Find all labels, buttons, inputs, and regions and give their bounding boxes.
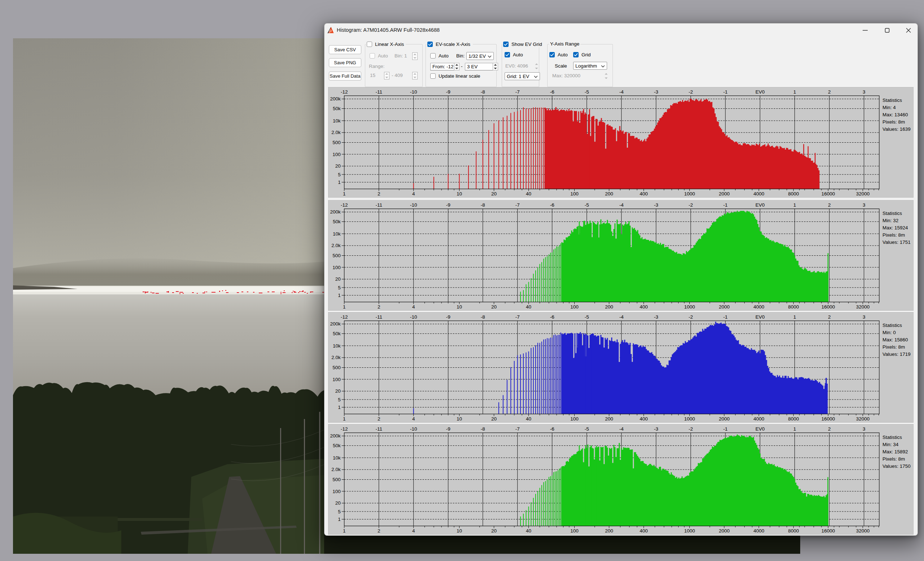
svg-text:-2: -2 (688, 426, 693, 432)
svg-text:Pixels: 8m: Pixels: 8m (882, 344, 905, 350)
svg-text:-7: -7 (515, 202, 520, 208)
svg-text:-5: -5 (585, 314, 589, 320)
svg-text:40: 40 (526, 528, 531, 534)
svg-text:Min: 34: Min: 34 (882, 442, 899, 447)
svg-text:Values: 1750: Values: 1750 (882, 463, 910, 469)
svg-text:2000: 2000 (718, 304, 729, 310)
svg-text:EV0: EV0 (756, 89, 765, 95)
svg-text:2: 2 (378, 304, 380, 310)
svg-text:Values: 1639: Values: 1639 (882, 126, 910, 132)
svg-text:16000: 16000 (822, 191, 835, 197)
svg-text:1: 1 (794, 202, 796, 208)
svg-text:Statistics: Statistics (882, 435, 902, 440)
svg-text:1: 1 (794, 89, 796, 95)
svg-text:2.0k: 2.0k (332, 243, 341, 248)
svg-text:-1: -1 (723, 426, 728, 432)
svg-text:8000: 8000 (788, 304, 799, 310)
svg-text:-10: -10 (410, 202, 417, 208)
svg-text:-7: -7 (515, 89, 520, 95)
svg-text:-2: -2 (688, 202, 693, 208)
svg-text:-11: -11 (375, 314, 382, 320)
svg-text:2.0k: 2.0k (332, 130, 341, 135)
svg-text:-11: -11 (375, 202, 382, 208)
svg-text:200k: 200k (330, 209, 341, 215)
svg-text:500: 500 (332, 253, 341, 258)
svg-text:-10: -10 (410, 314, 417, 320)
svg-text:1000: 1000 (684, 191, 695, 197)
svg-text:10: 10 (457, 528, 462, 534)
svg-text:5: 5 (338, 509, 341, 514)
svg-text:1: 1 (343, 416, 346, 421)
svg-text:40: 40 (526, 416, 531, 421)
svg-text:Statistics: Statistics (882, 323, 902, 328)
svg-text:50k: 50k (333, 331, 341, 336)
svg-text:3: 3 (862, 426, 866, 432)
svg-text:-8: -8 (481, 314, 485, 320)
svg-text:2.0k: 2.0k (332, 467, 341, 472)
svg-text:3: 3 (862, 202, 866, 208)
svg-text:200k: 200k (330, 321, 341, 326)
svg-text:-12: -12 (341, 426, 348, 432)
svg-text:200: 200 (605, 416, 613, 421)
svg-text:32000: 32000 (856, 528, 870, 534)
svg-text:100: 100 (332, 152, 341, 157)
svg-text:1: 1 (343, 528, 346, 534)
svg-text:100: 100 (570, 416, 579, 421)
svg-text:100: 100 (332, 377, 341, 382)
svg-text:-5: -5 (585, 89, 589, 95)
svg-text:1: 1 (794, 426, 796, 432)
svg-text:400: 400 (640, 416, 648, 421)
svg-text:10k: 10k (333, 118, 341, 123)
svg-text:1: 1 (343, 304, 346, 310)
svg-text:2: 2 (378, 191, 380, 197)
svg-text:5: 5 (338, 397, 341, 402)
svg-text:Pixels: 8m: Pixels: 8m (882, 232, 905, 238)
svg-text:-7: -7 (515, 314, 520, 320)
svg-text:10: 10 (457, 304, 462, 310)
svg-text:2: 2 (828, 314, 831, 320)
svg-text:-4: -4 (620, 314, 624, 320)
svg-text:10: 10 (457, 416, 462, 421)
svg-text:-3: -3 (654, 314, 658, 320)
svg-text:-9: -9 (446, 89, 450, 95)
svg-text:50k: 50k (333, 106, 341, 111)
svg-text:200: 200 (605, 191, 613, 197)
svg-text:16000: 16000 (822, 304, 835, 310)
svg-text:100: 100 (570, 191, 579, 197)
svg-text:-1: -1 (723, 89, 728, 95)
svg-text:-3: -3 (654, 202, 658, 208)
svg-text:2: 2 (828, 89, 831, 95)
svg-text:-6: -6 (550, 426, 554, 432)
svg-text:Min: 0: Min: 0 (882, 330, 896, 335)
svg-text:-2: -2 (688, 89, 693, 95)
svg-text:Max: 15892: Max: 15892 (882, 449, 908, 454)
svg-text:3: 3 (862, 314, 866, 320)
svg-text:2: 2 (828, 426, 831, 432)
svg-text:1000: 1000 (684, 528, 695, 534)
svg-text:1000: 1000 (684, 416, 695, 421)
svg-text:32000: 32000 (856, 191, 870, 197)
svg-text:4: 4 (412, 191, 415, 197)
svg-text:Max: 13460: Max: 13460 (882, 112, 908, 117)
svg-text:10k: 10k (333, 455, 341, 460)
svg-text:400: 400 (640, 304, 648, 310)
svg-text:Statistics: Statistics (882, 98, 902, 103)
svg-text:1: 1 (794, 314, 796, 320)
svg-text:-4: -4 (620, 89, 624, 95)
svg-text:20: 20 (491, 528, 496, 534)
svg-text:EV0: EV0 (756, 314, 765, 320)
svg-text:500: 500 (332, 365, 341, 370)
svg-text:200: 200 (605, 528, 613, 534)
svg-text:400: 400 (640, 528, 648, 534)
svg-text:1: 1 (338, 405, 341, 410)
svg-text:1: 1 (338, 517, 341, 522)
svg-text:100: 100 (332, 489, 341, 494)
svg-text:-12: -12 (341, 89, 348, 95)
svg-text:2: 2 (378, 528, 380, 534)
svg-text:20: 20 (335, 388, 341, 394)
svg-text:50k: 50k (333, 219, 341, 224)
svg-text:EV0: EV0 (756, 426, 765, 432)
svg-text:20: 20 (491, 304, 496, 310)
svg-text:-12: -12 (341, 202, 348, 208)
svg-text:16000: 16000 (822, 416, 835, 421)
